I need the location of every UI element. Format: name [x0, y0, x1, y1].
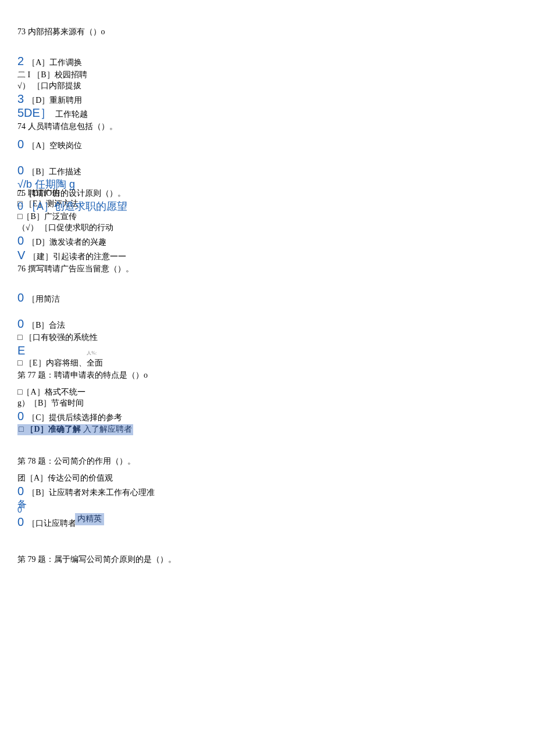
q78-b-text: ［B］让应聘者对未来工作有心理准 [27, 488, 155, 499]
question-74: 74 人员聘请信息包括（）。 0 ［A］空映岗位 0 ［B］工作描述 √/b 任… [17, 121, 518, 212]
q78-d-hl: 内精英 [75, 513, 104, 525]
q77-d-hl2: ［D］准确了解 [24, 424, 81, 435]
q76-stem: 76 撰写聘请广告应当留意（）。 [17, 264, 518, 275]
question-73: 73 内部招募来源有（）o 2 ［A］工作调换 二 I ［B］校园招聘 √） ［… [17, 27, 518, 120]
mark-erI: 二 I [17, 70, 30, 81]
q75-c-text: （√） ［口促使求职的行动 [17, 223, 113, 234]
mark-check: √） [17, 81, 30, 92]
mark-0: 0 [17, 235, 24, 246]
q78-stem: 第 78 题：公司简介的作用（）。 [17, 456, 518, 467]
q77-opt-c: 0 ［C］提供后续选择的参考 [17, 410, 518, 424]
mark-0A: 0 ［A］创造求职的愿望 [17, 200, 127, 212]
q74-b-text: ［B］工作描述 [27, 167, 81, 178]
q73-opt-d: 3 ［D］重新聘用 [17, 93, 518, 106]
mark-2: 2 [17, 55, 24, 67]
q77-d-hl3: 入了解应聘者 [82, 424, 133, 435]
mark-V: V [17, 249, 25, 261]
q74-c-under: □ ［DTfOffI [17, 189, 60, 198]
q76-b-text: ［B］合法 [27, 320, 65, 331]
mark-0: 0 [17, 410, 24, 422]
q73-opt-b: 二 I ［B］校园招聘 [17, 70, 518, 81]
q76-e-text: □ ［E］内容将细、全面 [17, 358, 103, 369]
q79-stem: 第 79 题：属于编写公司简介原则的是（）。 [17, 554, 518, 565]
q77-opt-a: □［A］格式不统一 [17, 387, 518, 398]
q73-opt-a: 2 ［A］工作调换 [17, 55, 518, 69]
question-77: 第 77 题：聘请申请表的特点是（）o □［A］格式不统一 g）［B］节省时间 … [17, 370, 518, 435]
q75-d-text: ［D］激发读者的兴趣 [27, 237, 106, 248]
q73-e-text: 工作轮越 [55, 109, 88, 120]
q76-opt-a: 0 ［用简洁 [17, 292, 518, 305]
mark-0: 0 [17, 516, 24, 528]
q78-opt-c2: 0 [17, 506, 518, 514]
question-79: 第 79 题：属于编写公司简介原则的是（）。 [17, 554, 518, 565]
q73-stem: 73 内部招募来源有（）o [17, 27, 518, 38]
q77-opt-d: □ ［D］准确了解入了解应聘者 [17, 424, 518, 435]
q74-stem: 74 人员聘请信息包括（）。 [17, 121, 518, 132]
q73-d-text: ［D］重新聘用 [27, 95, 82, 106]
q74-overlap-1: √/b 任期陶 g 75 聘请广告的设计原则（）。 □ ［DTfOffI [17, 179, 518, 199]
q74-a-text: ［A］空映岗位 [27, 141, 82, 152]
q75-opt-e: V ［建］引起读者的注意一一 [17, 249, 518, 263]
q76-a-text: ［用简洁 [27, 294, 60, 305]
mark-0: 0 [17, 318, 24, 329]
q73-opt-e: 5DE］ 工作轮越 [17, 107, 518, 120]
q74-opt-a: 0 ［A］空映岗位 [17, 138, 518, 152]
q78-a-text: 团［A］传达公司的价值观 [17, 473, 113, 484]
q74-opt-b: 0 ［B］工作描述 [17, 164, 518, 178]
q78-opt-d: 0 ［口让应聘者 内精英 [17, 516, 518, 530]
q76-opt-b: 0 ［B］合法 [17, 318, 518, 331]
q76-d-tiny: 人%: [87, 350, 97, 357]
q78-opt-b: 0 ［B］让应聘者对未来工作有心理准 [17, 485, 518, 499]
q76-opt-d: E 人%: [17, 345, 518, 357]
question-78: 第 78 题：公司简介的作用（）。 团［A］传达公司的价值观 0 ［B］让应聘者… [17, 456, 518, 532]
mark-0: 0 [17, 138, 24, 150]
q77-a-text: □［A］格式不统一 [17, 387, 85, 398]
mark-E: E [17, 345, 25, 356]
q75-e-text: ［建］引起读者的注意一一 [28, 252, 126, 263]
mark-0: 0 [17, 292, 24, 303]
q75-opt-c: （√） ［口促使求职的行动 [17, 223, 518, 234]
mark-3: 3 [17, 93, 24, 105]
q78-d-pre: ［口让应聘者 [27, 518, 76, 529]
q73-a-text: ［A］工作调换 [27, 58, 82, 69]
q77-c-text: ［C］提供后续选择的参考 [27, 413, 122, 424]
question-75: □［B］广泛宣传 （√） ［口促使求职的行动 0 ［D］激发读者的兴趣 V ［建… [17, 212, 518, 263]
q78-opt-a: 团［A］传达公司的价值观 [17, 473, 518, 484]
question-76: 76 撰写聘请广告应当留意（）。 0 ［用简洁 0 ［B］合法 □ ［口有较强的… [17, 264, 518, 369]
q75-opt-d: 0 ［D］激发读者的兴趣 [17, 235, 518, 248]
q73-b-text: ［B］校园招聘 [33, 70, 87, 81]
q73-opt-c: √） ［口内部提拔 [17, 81, 518, 92]
q73-c-text: ［口内部提拔 [33, 81, 81, 92]
mark-0sub: 0 [17, 506, 22, 514]
q77-stem: 第 77 题：聘请申请表的特点是（）o [17, 370, 518, 381]
q74-overlap-2: □ ［E］测评方法 0 ［A］创造求职的愿望 [17, 199, 518, 212]
mark-5de: 5DE］ [17, 107, 52, 119]
q77-d-hl1: □ [17, 424, 24, 435]
q76-opt-c: □ ［口有较强的系统性 [17, 332, 518, 343]
q76-c-text: □ ［口有较强的系统性 [17, 332, 98, 343]
q77-b-text: g）［B］节省时间 [17, 398, 84, 409]
q77-opt-b: g）［B］节省时间 [17, 398, 518, 409]
q76-opt-e: □ ［E］内容将细、全面 [17, 358, 518, 369]
mark-0: 0 [17, 164, 24, 176]
mark-0: 0 [17, 485, 24, 497]
